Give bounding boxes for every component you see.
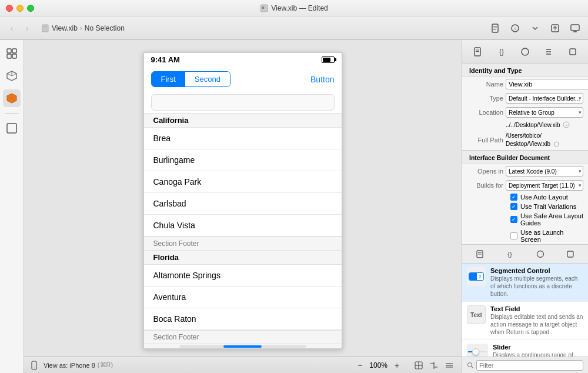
name-input[interactable] bbox=[506, 79, 588, 89]
bookmark-icon-btn[interactable]: ? bbox=[507, 20, 523, 36]
filter-input[interactable] bbox=[476, 360, 583, 371]
table-section-footer-1: Section Footer bbox=[144, 237, 342, 250]
sidebar-icon-cube-filled[interactable] bbox=[3, 89, 21, 107]
svg-text:{}: {} bbox=[508, 251, 513, 258]
table-row[interactable]: Altamonte Springs bbox=[144, 265, 342, 287]
segmented-control: First Second bbox=[151, 71, 230, 87]
svg-text:{}: {} bbox=[499, 48, 504, 56]
trait-variations-checkbox[interactable]: ✓ bbox=[510, 203, 517, 210]
bottom-icon-3[interactable] bbox=[443, 359, 456, 372]
opens-in-row: Opens in Latest Xcode (9.0) bbox=[462, 164, 588, 178]
table-row[interactable]: Brea bbox=[144, 128, 342, 149]
type-select-wrapper: Default - Interface Builder... bbox=[506, 93, 583, 104]
titlebar: View.xib — Edited bbox=[0, 0, 588, 16]
back-button[interactable]: ‹ bbox=[5, 21, 19, 35]
zoom-level: 100% bbox=[369, 361, 387, 369]
safe-area-checkbox[interactable]: ✓ bbox=[510, 216, 517, 223]
type-label: Type bbox=[467, 95, 503, 102]
svg-point-58 bbox=[468, 362, 472, 367]
simulator-container[interactable]: 9:41 AM First Second Button bbox=[24, 40, 462, 357]
rpanel-file-icon[interactable] bbox=[469, 44, 486, 60]
zoom-in-button[interactable]: + bbox=[391, 359, 403, 371]
table-row[interactable]: Chula Vista bbox=[144, 215, 342, 237]
close-button[interactable] bbox=[6, 5, 13, 12]
segment-first[interactable]: First bbox=[152, 72, 185, 86]
svg-rect-23 bbox=[7, 124, 16, 133]
phone-icon bbox=[29, 361, 39, 370]
textfield-text: Text Field Displays editable text and se… bbox=[490, 305, 583, 336]
canvas-area: 9:41 AM First Second Button bbox=[24, 40, 462, 373]
svg-point-25 bbox=[34, 367, 35, 368]
opens-in-select[interactable]: Latest Xcode (9.0) bbox=[506, 166, 583, 176]
builds-for-select[interactable]: Deployment Target (11.0) bbox=[506, 180, 583, 191]
view-as-label: View as: iPhone 8 (⌘R) bbox=[44, 361, 113, 369]
segmented-icon: 2 bbox=[467, 267, 486, 286]
minimize-button[interactable] bbox=[16, 5, 24, 12]
auto-layout-label: Use Auto Layout bbox=[520, 194, 568, 201]
inspector-tab-doc[interactable] bbox=[465, 247, 495, 262]
component-item-textfield[interactable]: Text Text Field Displays editable text a… bbox=[462, 302, 588, 340]
svg-line-59 bbox=[472, 366, 474, 368]
inspector-tab-circle[interactable] bbox=[525, 247, 556, 262]
segmented-control-bar: First Second Button bbox=[144, 66, 342, 92]
textfield-icon: Text bbox=[467, 305, 486, 324]
sidebar-icon-grid[interactable] bbox=[3, 45, 21, 62]
traffic-lights bbox=[6, 5, 34, 12]
toolbar-right: ? bbox=[487, 20, 583, 36]
toolbar-nav: ‹ › bbox=[5, 21, 34, 35]
svg-rect-19 bbox=[7, 49, 11, 53]
bottom-icon-1[interactable] bbox=[412, 359, 425, 372]
launch-screen-checkbox[interactable] bbox=[510, 232, 517, 239]
inspector-tab-square[interactable] bbox=[556, 247, 586, 262]
iphone-frame: 9:41 AM First Second Button bbox=[143, 52, 343, 349]
sidebar-icon-square[interactable] bbox=[3, 119, 21, 137]
display-icon-btn[interactable] bbox=[567, 20, 583, 36]
location-label: Location bbox=[467, 109, 503, 116]
rpanel-arrow-icon[interactable] bbox=[540, 44, 557, 60]
inspector-tab-braces[interactable]: {} bbox=[495, 247, 526, 262]
name-label: Name bbox=[467, 81, 503, 88]
table-row[interactable]: Aventura bbox=[144, 287, 342, 308]
rpanel-circle-icon[interactable] bbox=[517, 44, 533, 60]
bottom-icon-2[interactable] bbox=[427, 359, 440, 372]
svg-point-39 bbox=[522, 48, 529, 55]
type-select[interactable]: Default - Interface Builder... bbox=[506, 93, 583, 104]
right-panel: {} Identity and Type Name Type bbox=[462, 40, 588, 373]
ib-document-section: Interface Builder Document Opens in Late… bbox=[462, 151, 588, 245]
relative-path-value: ../../Desktop/View.xib bbox=[506, 122, 560, 128]
scroll-indicator[interactable] bbox=[144, 344, 342, 348]
zoom-controls: − 100% + bbox=[354, 359, 403, 371]
auto-layout-checkbox[interactable]: ✓ bbox=[510, 194, 517, 201]
location-select[interactable]: Relative to Group bbox=[506, 107, 583, 118]
svg-text:?: ? bbox=[514, 26, 517, 32]
table-row[interactable]: Boca Raton bbox=[144, 308, 342, 330]
forward-button[interactable]: › bbox=[20, 21, 34, 35]
builds-for-label: Builds for bbox=[467, 182, 503, 189]
sidebar-icon-cube-outline[interactable] bbox=[3, 67, 21, 85]
share-icon-btn[interactable] bbox=[547, 20, 563, 36]
svg-text:↗: ↗ bbox=[564, 124, 568, 128]
arrow-icon-btn[interactable] bbox=[527, 20, 543, 36]
button-main[interactable]: Button bbox=[310, 75, 334, 84]
file-icon bbox=[41, 24, 49, 32]
component-item-segmented[interactable]: 2 Segmented Control Displays multiple se… bbox=[462, 264, 588, 302]
rpanel-square-icon[interactable] bbox=[564, 44, 581, 60]
checkbox-row-launch-screen: Use as Launch Screen bbox=[506, 228, 588, 244]
table-row[interactable]: Burlingame bbox=[144, 149, 342, 171]
table-row[interactable]: Canoga Park bbox=[144, 171, 342, 193]
table-view: California Brea Burlingame Canoga Park C… bbox=[144, 113, 342, 344]
canvas-bottom: View as: iPhone 8 (⌘R) − 100% + bbox=[24, 357, 462, 373]
search-input[interactable] bbox=[151, 94, 335, 111]
doc-icon-btn[interactable] bbox=[487, 20, 503, 36]
svg-rect-16 bbox=[571, 25, 579, 31]
svg-rect-21 bbox=[7, 54, 11, 58]
rpanel-braces-icon[interactable]: {} bbox=[493, 44, 510, 60]
table-row[interactable]: Carlsbad bbox=[144, 193, 342, 215]
zoom-out-button[interactable]: − bbox=[354, 359, 366, 371]
segment-second[interactable]: Second bbox=[185, 72, 230, 86]
component-item-slider[interactable]: Slider Displays a continuous range of va… bbox=[462, 340, 588, 357]
maximize-button[interactable] bbox=[27, 5, 34, 12]
status-icons bbox=[322, 56, 335, 63]
svg-rect-20 bbox=[12, 49, 16, 53]
name-row: Name bbox=[462, 77, 588, 91]
